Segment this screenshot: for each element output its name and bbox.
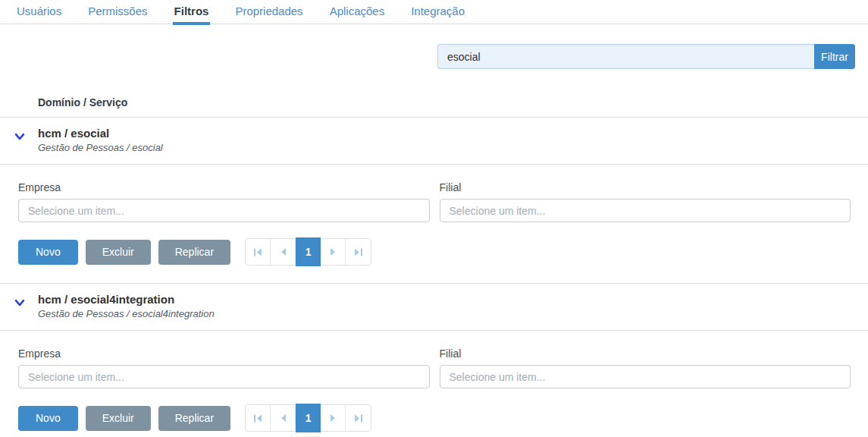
- novo-button[interactable]: Novo: [18, 406, 78, 431]
- novo-button[interactable]: Novo: [18, 240, 78, 265]
- chevron-down-icon: [14, 298, 25, 310]
- empresa-select[interactable]: [18, 365, 430, 388]
- section-header[interactable]: hcm / esocial Gestão de Pessoas / esocia…: [0, 118, 868, 164]
- tab-bar: Usuários Permissões Filtros Propriedades…: [0, 0, 868, 24]
- pagination-current-page[interactable]: 1: [296, 404, 321, 432]
- column-header-dominio-servico: Domínio / Serviço: [38, 96, 868, 108]
- pagination: 1: [245, 238, 371, 266]
- empresa-select[interactable]: [18, 199, 430, 222]
- filial-field-group: Filial: [440, 347, 851, 388]
- filial-select[interactable]: [440, 199, 851, 222]
- last-page-button[interactable]: [346, 239, 371, 265]
- empresa-field-group: Empresa: [18, 181, 430, 222]
- filtrar-button[interactable]: Filtrar: [814, 44, 855, 69]
- section-titles: hcm / esocial4integration Gestão de Pess…: [38, 292, 215, 321]
- last-page-icon: [354, 414, 362, 423]
- replicar-button[interactable]: Replicar: [158, 240, 230, 265]
- filter-section-esocial: hcm / esocial Gestão de Pessoas / esocia…: [0, 118, 868, 283]
- fields-row: Empresa Filial: [18, 347, 851, 388]
- filial-label: Filial: [440, 181, 851, 193]
- section-body: Empresa Filial Novo Excluir Replicar: [0, 165, 868, 283]
- first-page-button[interactable]: [246, 239, 271, 265]
- filial-select[interactable]: [440, 365, 851, 388]
- empresa-label: Empresa: [18, 347, 430, 360]
- filter-row: Filtrar: [0, 24, 868, 69]
- filter-input-group: Filtrar: [437, 44, 855, 69]
- section-subtitle: Gestão de Pessoas / esocial4integration: [38, 307, 215, 321]
- chevron-down-icon: [14, 132, 25, 143]
- next-page-button[interactable]: [321, 239, 346, 265]
- previous-page-button[interactable]: [271, 239, 296, 265]
- excluir-button[interactable]: Excluir: [86, 240, 151, 265]
- first-page-icon: [254, 414, 262, 423]
- section-header[interactable]: hcm / esocial4integration Gestão de Pess…: [0, 284, 868, 330]
- replicar-button[interactable]: Replicar: [158, 406, 230, 431]
- tab-propriedades[interactable]: Propriedades: [233, 0, 304, 25]
- collapse-toggle[interactable]: [14, 132, 25, 143]
- pagination-current-page[interactable]: 1: [296, 237, 321, 266]
- empresa-field-group: Empresa: [18, 347, 430, 388]
- pagination: 1: [245, 404, 371, 432]
- section-title: hcm / esocial4integration: [38, 292, 215, 307]
- first-page-icon: [254, 248, 262, 256]
- section-titles: hcm / esocial Gestão de Pessoas / esocia…: [38, 126, 163, 155]
- actions-row: Novo Excluir Replicar 1: [18, 404, 851, 432]
- empresa-label: Empresa: [18, 181, 430, 193]
- tab-aplicacoes[interactable]: Aplicações: [328, 0, 387, 25]
- fields-row: Empresa Filial: [18, 181, 851, 222]
- previous-page-icon: [280, 414, 286, 422]
- excluir-button[interactable]: Excluir: [86, 406, 151, 431]
- filter-search-input[interactable]: [437, 44, 814, 69]
- next-page-icon: [331, 414, 336, 422]
- collapse-toggle[interactable]: [14, 298, 25, 310]
- actions-row: Novo Excluir Replicar 1: [18, 238, 851, 266]
- section-title: hcm / esocial: [38, 126, 163, 140]
- filial-label: Filial: [440, 347, 851, 360]
- tab-permissoes[interactable]: Permissões: [86, 0, 149, 25]
- first-page-button[interactable]: [246, 405, 271, 431]
- next-page-icon: [331, 248, 336, 256]
- next-page-button[interactable]: [321, 405, 346, 431]
- filial-field-group: Filial: [440, 181, 851, 222]
- previous-page-icon: [280, 248, 286, 256]
- tab-filtros[interactable]: Filtros: [173, 0, 211, 25]
- section-subtitle: Gestão de Pessoas / esocial: [38, 141, 163, 155]
- last-page-button[interactable]: [346, 405, 371, 431]
- section-body: Empresa Filial Novo Excluir Replicar: [0, 331, 868, 437]
- filter-section-esocial4integration: hcm / esocial4integration Gestão de Pess…: [0, 283, 868, 437]
- previous-page-button[interactable]: [271, 405, 296, 431]
- tab-integracao[interactable]: Integração: [409, 0, 466, 25]
- last-page-icon: [354, 248, 362, 256]
- tab-usuarios[interactable]: Usuários: [15, 0, 63, 25]
